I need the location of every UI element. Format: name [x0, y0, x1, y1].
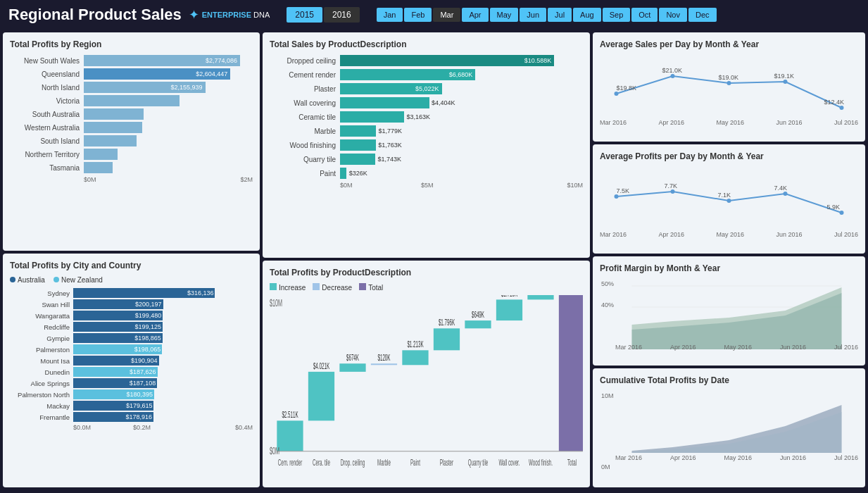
year-tab-2016[interactable]: 2016 [324, 7, 360, 23]
sales-prod-bar-fill: $5,022K [340, 83, 442, 94]
sales-prod-bar-fill [340, 111, 404, 123]
sales-prod-bar-value: $1,779K [379, 127, 591, 135]
profits-product-panel: Total Profits by ProductDescription Incr… [263, 261, 590, 487]
avg-sales-panel: Average Sales per Day by Month & Year $1… [593, 32, 865, 142]
header: Regional Product Sales ✦ ENTERPRISE DNA … [0, 0, 868, 30]
avg-sales-svg: $19.8K $21.0K $19.0K $19.1K $12.4K [600, 55, 858, 122]
city-bar-label: Mount Isa [10, 357, 73, 365]
profit-margin-40pct: 40% [601, 301, 614, 308]
sales-prod-label: Wall covering [270, 99, 340, 107]
waterfall-bar [496, 299, 522, 320]
month-tab-nov[interactable]: Nov [659, 8, 687, 22]
svg-text:7.1K: 7.1K [718, 192, 731, 199]
svg-point-3 [615, 92, 619, 96]
waterfall-x-label: Plaster [440, 458, 454, 468]
cumulative-10m: 10M [601, 392, 614, 399]
region-bar-value: $2,774,086 [206, 57, 237, 64]
region-bar-fill [84, 95, 180, 106]
sales-prod-bar-value: $6,680K [449, 71, 473, 78]
svg-text:5.9K: 5.9K [827, 204, 841, 211]
month-tab-apr[interactable]: Apr [462, 8, 488, 22]
sales-prod-bar-container: $326K [340, 168, 583, 179]
city-bar-row: Palmerston North$180,395 [10, 389, 253, 399]
sales-prod-label: Wood finishing [270, 142, 340, 149]
left-column: Total Profits by Region New South Wales$… [3, 32, 260, 487]
waterfall-legend: Increase Decrease Total [270, 283, 583, 292]
year-tab-2015[interactable]: 2015 [287, 7, 322, 23]
region-bar-label: Tasmania [10, 164, 84, 172]
month-tab-jul[interactable]: Jul [548, 8, 572, 22]
svg-point-15 [727, 199, 731, 203]
month-tab-jun[interactable]: Jun [520, 8, 546, 22]
sales-prod-bar-fill [340, 97, 429, 108]
month-tab-dec[interactable]: Dec [688, 8, 717, 22]
waterfall-bar-label: $674K [346, 353, 359, 363]
month-tab-jan[interactable]: Jan [377, 8, 403, 22]
city-bar-row: Fremantle$178,916 [10, 412, 253, 422]
sales-prod-label: Plaster [270, 85, 340, 93]
sales-prod-bar-row: Paint$326K [270, 168, 583, 179]
sales-prod-bar-row: Ceramic tile$3,163K [270, 111, 583, 123]
profit-margin-chart: 50% 40% Mar 2016 Apr 2016 May 2016 Jun 2… [600, 279, 858, 349]
month-tab-may[interactable]: May [490, 8, 519, 22]
month-tab-aug[interactable]: Aug [573, 8, 601, 22]
city-bar-value: $199,125 [134, 323, 161, 330]
city-bar-container: $316,136 [73, 288, 253, 298]
sales-prod-bar-container: $1,779K [340, 125, 583, 137]
sales-prod-label: Marble [270, 127, 340, 135]
sales-product-panel: Total Sales by ProductDescription Droppe… [263, 32, 590, 258]
region-bar-container: $1,033,503 [84, 122, 253, 133]
month-tab-oct[interactable]: Oct [631, 8, 658, 22]
city-bar-container: $187,108 [73, 378, 253, 388]
city-bar-fill: $198,865 [73, 333, 163, 343]
city-bar-value: $316,136 [187, 289, 214, 297]
svg-point-16 [784, 192, 788, 196]
avg-sales-chart: $19.8K $21.0K $19.0K $19.1K $12.4K Mar 2… [600, 55, 858, 122]
month-tab-sep[interactable]: Sep [603, 8, 631, 22]
city-bar-value: $198,065 [134, 346, 161, 353]
waterfall-bar-label: $1.796K [439, 318, 455, 327]
sales-prod-bar-fill [340, 154, 375, 165]
sales-product-title: Total Sales by ProductDescription [270, 39, 583, 49]
waterfall-bar [434, 328, 460, 350]
sales-prod-bar-row: Cement render$6,680K [270, 69, 583, 80]
sales-prod-bar-fill [340, 139, 376, 151]
city-bar-label: Wangaratta [10, 312, 73, 320]
sales-prod-bar-row: Quarry tile$1,743K [270, 154, 583, 165]
region-bar-fill: $2,604,447 [84, 68, 230, 80]
city-bar-container: $178,916 [73, 412, 253, 422]
logo-icon: ✦ [189, 7, 199, 23]
sales-prod-label: Ceramic tile [270, 113, 340, 121]
waterfall-bar-label: $120K [377, 353, 390, 363]
sales-prod-label: Dropped ceiling [270, 57, 340, 65]
region-bar-container: $593,653 [84, 149, 253, 160]
cumulative-x-axis: Mar 2016 Apr 2016 May 2016 Jun 2016 Jul … [600, 454, 858, 461]
region-bar-label: New South Wales [10, 57, 84, 65]
region-bar-container: $2,155,939 [84, 82, 253, 93]
region-bar-fill [84, 162, 113, 173]
waterfall-x-label: Cera. tile [313, 458, 330, 468]
city-bar-fill: $316,136 [73, 288, 215, 298]
svg-text:$19.1K: $19.1K [774, 73, 795, 80]
sales-prod-bar-container: $5,022K [340, 83, 583, 94]
sales-prod-bar-row: Wall covering$4,404K [270, 97, 583, 108]
sales-prod-bar-row: Dropped ceiling$10.588K [270, 55, 583, 66]
month-tab-mar[interactable]: Mar [433, 8, 460, 22]
city-bar-container: $187,626 [73, 367, 253, 377]
region-bar-row: South Island$932,860 [10, 135, 253, 146]
profit-margin-50pct: 50% [601, 280, 614, 287]
svg-text:7.5K: 7.5K [617, 187, 630, 194]
month-tab-feb[interactable]: Feb [404, 8, 432, 22]
svg-text:$19.0K: $19.0K [719, 74, 739, 81]
svg-point-14 [671, 189, 675, 194]
city-bar-container: $199,480 [73, 311, 253, 320]
city-bar-row: Gympie$198,865 [10, 333, 253, 343]
city-bar-fill: $200,197 [73, 299, 163, 309]
right-column: Average Sales per Day by Month & Year $1… [593, 32, 865, 487]
city-bar-label: Swan Hill [10, 301, 73, 308]
city-bar-label: Mackay [10, 402, 73, 410]
waterfall-bar-label: $4.021K [313, 361, 330, 371]
city-bar-row: Alice Springs$187,108 [10, 378, 253, 388]
sales-prod-bar-container: $6,680K [340, 69, 583, 80]
region-bar-label: Western Australia [10, 124, 84, 132]
